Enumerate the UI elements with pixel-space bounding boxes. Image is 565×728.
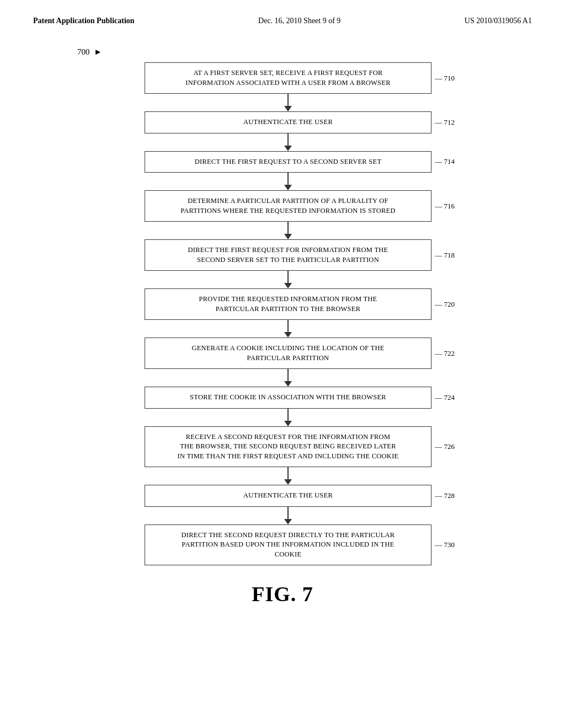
arrow-head [284,332,292,338]
flow-row-712: AUTHENTICATE THE USER— 712 [77,111,499,133]
arrow-728-to-730 [284,507,292,524]
header-center: Dec. 16, 2010 Sheet 9 of 9 [258,17,340,25]
step-label-720: — 720 [435,300,455,309]
step-label-716: — 716 [435,202,455,211]
arrow-714-to-716 [284,173,292,190]
arrow-line [287,320,289,332]
step-box-722: GENERATE A COOKIE INCLUDING THE LOCATION… [145,338,431,369]
step-box-728: AUTHENTICATE THE USER [145,485,431,507]
arrow-head [284,185,292,190]
arrow-head [284,283,292,288]
arrow-line [287,133,289,146]
step-box-714: DIRECT THE FIRST REQUEST TO A SECOND SER… [145,151,431,173]
flow-row-720: PROVIDE THE REQUESTED INFORMATION FROM T… [77,288,499,320]
arrow-line [287,467,289,479]
page-header: Patent Application Publication Dec. 16, … [33,17,532,25]
step-label-712: — 712 [435,118,455,127]
step-label-710: — 710 [435,74,455,83]
flow-row-728: AUTHENTICATE THE USER— 728 [77,485,499,507]
diagram-label: 700 ► [77,47,102,57]
flow-row-722: GENERATE A COOKIE INCLUDING THE LOCATION… [77,338,499,369]
arrow-head [284,381,292,387]
flow-row-724: STORE THE COOKIE IN ASSOCIATION WITH THE… [77,387,499,409]
page: Patent Application Publication Dec. 16, … [0,0,565,728]
flow-row-716: DETERMINE A PARTICULAR PARTITION OF A PL… [77,190,499,222]
figure-caption: FIG. 7 [33,582,532,606]
step-label-722: — 722 [435,349,455,358]
header-right: US 2010/0319056 A1 [465,17,532,25]
flowchart: AT A FIRST SERVER SET, RECEIVE A FIRST R… [77,62,499,565]
arrow-head [284,146,292,151]
arrow-724-to-726 [284,409,292,426]
flow-row-726: RECEIVE A SECOND REQUEST FOR THE INFORMA… [77,426,499,468]
step-label-718: — 718 [435,251,455,260]
arrow-726-to-728 [284,467,292,485]
step-box-718: DIRECT THE FIRST REQUEST FOR INFORMATION… [145,239,431,271]
step-label-724: — 724 [435,393,455,402]
arrow-716-to-718 [284,222,292,239]
arrow-line [287,94,289,106]
step-box-724: STORE THE COOKIE IN ASSOCIATION WITH THE… [145,387,431,409]
arrow-720-to-722 [284,320,292,338]
flow-row-714: DIRECT THE FIRST REQUEST TO A SECOND SER… [77,151,499,173]
arrow-line [287,271,289,283]
arrow-line [287,369,289,381]
arrow-718-to-720 [284,271,292,288]
arrow-line [287,409,289,421]
step-box-712: AUTHENTICATE THE USER [145,111,431,133]
step-label-730: — 730 [435,540,455,549]
diagram: 700 ► AT A FIRST SERVER SET, RECEIVE A F… [33,47,532,565]
arrow-head [284,234,292,239]
arrow-722-to-724 [284,369,292,387]
step-box-720: PROVIDE THE REQUESTED INFORMATION FROM T… [145,288,431,320]
arrow-head [284,519,292,524]
arrow-head [284,106,292,111]
arrow-712-to-714 [284,133,292,151]
flow-row-730: DIRECT THE SECOND REQUEST DIRECTLY TO TH… [77,524,499,566]
step-label-714: — 714 [435,157,455,166]
arrow-line [287,222,289,234]
arrow-line [287,507,289,519]
step-box-716: DETERMINE A PARTICULAR PARTITION OF A PL… [145,190,431,222]
header-left: Patent Application Publication [33,17,135,25]
arrow-head [284,479,292,485]
step-box-726: RECEIVE A SECOND REQUEST FOR THE INFORMA… [145,426,431,468]
flow-row-718: DIRECT THE FIRST REQUEST FOR INFORMATION… [77,239,499,271]
step-label-728: — 728 [435,491,455,500]
step-box-710: AT A FIRST SERVER SET, RECEIVE A FIRST R… [145,62,431,94]
arrow-head [284,421,292,426]
step-label-726: — 726 [435,442,455,451]
step-box-730: DIRECT THE SECOND REQUEST DIRECTLY TO TH… [145,524,431,566]
flow-row-710: AT A FIRST SERVER SET, RECEIVE A FIRST R… [77,62,499,94]
arrow-line [287,173,289,185]
arrow-710-to-712 [284,94,292,111]
